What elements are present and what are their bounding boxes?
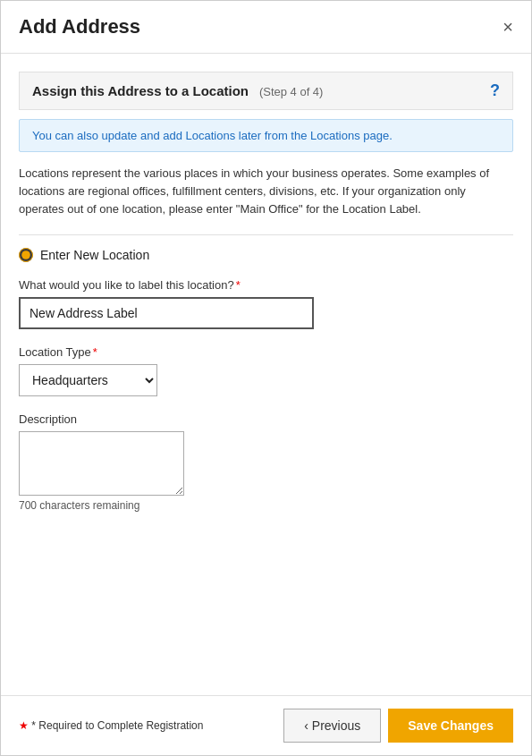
radio-row: Enter New Location bbox=[19, 248, 513, 262]
enter-new-location-label[interactable]: Enter New Location bbox=[40, 248, 149, 262]
location-label-input[interactable] bbox=[19, 297, 314, 329]
info-banner-text: You can also update and add Locations la… bbox=[32, 129, 393, 142]
modal-body: Assign this Address to a Location (Step … bbox=[1, 54, 531, 695]
location-type-select[interactable]: Headquarters Regional Office Fulfillment… bbox=[19, 364, 157, 396]
location-type-label: Location Type* bbox=[19, 345, 513, 359]
location-label-required: * bbox=[236, 278, 241, 292]
modal-footer: ★ * Required to Complete Registration ‹ … bbox=[1, 695, 531, 755]
char-remaining: 700 characters remaining bbox=[19, 499, 513, 512]
modal-header: Add Address × bbox=[1, 1, 531, 54]
enter-new-location-radio[interactable] bbox=[19, 248, 33, 262]
description-textarea[interactable] bbox=[19, 431, 184, 496]
save-changes-button[interactable]: Save Changes bbox=[388, 709, 513, 743]
info-banner: You can also update and add Locations la… bbox=[19, 119, 513, 152]
step-info: (Step 4 of 4) bbox=[259, 85, 324, 98]
step-header: Assign this Address to a Location (Step … bbox=[19, 72, 513, 110]
footer-buttons: ‹ Previous Save Changes bbox=[283, 709, 513, 743]
description-label: Description bbox=[19, 412, 513, 426]
description-text: Locations represent the various places i… bbox=[19, 165, 513, 218]
add-address-modal: Add Address × Assign this Address to a L… bbox=[0, 0, 532, 756]
step-title: Assign this Address to a Location bbox=[32, 83, 249, 98]
divider bbox=[19, 234, 513, 235]
help-icon[interactable]: ? bbox=[490, 81, 500, 100]
previous-button[interactable]: ‹ Previous bbox=[283, 709, 381, 743]
step-header-left: Assign this Address to a Location (Step … bbox=[32, 83, 323, 98]
location-type-group: Location Type* Headquarters Regional Off… bbox=[19, 345, 513, 396]
location-label-group: What would you like to label this locati… bbox=[19, 278, 513, 329]
close-button[interactable]: × bbox=[502, 18, 513, 36]
location-type-required: * bbox=[93, 345, 97, 359]
required-note: ★ * Required to Complete Registration bbox=[19, 719, 203, 732]
modal-title: Add Address bbox=[19, 15, 140, 38]
description-group: Description 700 characters remaining bbox=[19, 412, 513, 512]
location-label-label: What would you like to label this locati… bbox=[19, 278, 513, 292]
